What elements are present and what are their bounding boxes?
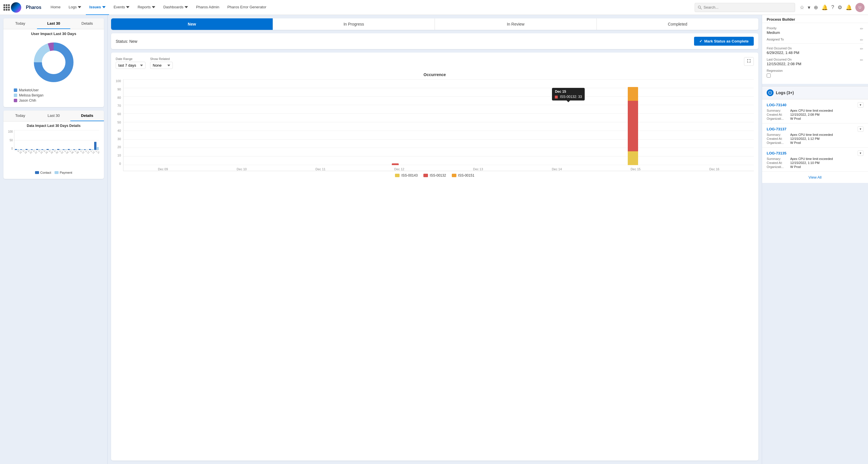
last-occurred-edit-button[interactable]: ✏ xyxy=(860,58,863,62)
log-expand-73135[interactable]: ▾ xyxy=(858,151,863,156)
legend-contact: Contact xyxy=(35,171,51,174)
logs-header: Logs (3+) xyxy=(762,86,868,99)
nav-events[interactable]: Events xyxy=(110,0,133,15)
bar-dec15-orange xyxy=(628,87,638,101)
occurrence-chart: Occurrence 100908070 60504030 20100 xyxy=(116,72,754,178)
log-expand-73140[interactable]: ▾ xyxy=(858,102,863,108)
bar-dec15 xyxy=(628,87,638,165)
logs-icon xyxy=(767,89,774,96)
first-occurred-label: First Occurred On xyxy=(767,47,863,50)
date-range-control: Date Range last 7 days last 30 days last… xyxy=(116,57,146,69)
tab-today-bot[interactable]: Today xyxy=(3,111,37,121)
nav-reports[interactable]: Reports xyxy=(134,0,159,15)
log-73140-meta: Summary: Apex CPU time limit exceeded Cr… xyxy=(767,109,863,120)
star-icon[interactable]: ☆ xyxy=(800,4,804,11)
jason-color xyxy=(14,99,17,102)
regression-checkbox[interactable] xyxy=(767,73,771,78)
log-entry-3: LOG-73135 ▾ Summary: Apex CPU time limit… xyxy=(762,148,868,172)
chart-area: 100908070 60504030 20100 xyxy=(116,79,754,171)
occurrence-title: Occurrence xyxy=(116,72,754,77)
search-bar[interactable] xyxy=(694,3,795,12)
tab-details-bot[interactable]: Details xyxy=(70,111,104,121)
tab-completed[interactable]: Completed xyxy=(597,19,758,30)
first-occurred-field: First Occurred On 6/29/2022, 1:48 PM ✏ xyxy=(767,47,863,55)
process-builder-section: Process Builder Priority Medium ✏ Assign… xyxy=(762,15,868,84)
priority-edit-button[interactable]: ✏ xyxy=(860,26,863,31)
melissa-color xyxy=(14,94,17,97)
priority-label: Priority xyxy=(767,26,863,30)
assigned-to-edit-button[interactable]: ✏ xyxy=(860,38,863,42)
help-icon[interactable]: ? xyxy=(831,4,834,10)
search-input[interactable] xyxy=(704,5,792,9)
tab-today-top[interactable]: Today xyxy=(3,19,37,29)
log-entry-1: LOG-73140 ▾ Summary: Apex CPU time limit… xyxy=(762,99,868,123)
tab-in-review[interactable]: In Review xyxy=(435,19,597,30)
nav-dashboards[interactable]: Dashboards xyxy=(160,0,191,15)
x-labels: Dec 09 Dec 10 Dec 11 Dec 12 Dec 13 Dec 1… xyxy=(123,167,754,171)
bar-dec15-red xyxy=(628,101,638,151)
chart-tooltip: Dec 15 ISS-00132: 33 xyxy=(552,88,585,100)
user-impact-card: Today Last 30 Details User Impact Last 3… xyxy=(3,19,104,107)
expand-icon xyxy=(747,59,751,63)
iss132-color xyxy=(423,174,428,177)
payment-color xyxy=(55,171,59,174)
log-link-73137[interactable]: LOG-73137 xyxy=(767,127,786,131)
contact-color xyxy=(35,171,39,174)
add-icon[interactable]: ⊕ xyxy=(814,4,818,11)
top-navigation: Pharos Home Logs Issues Events Reports D… xyxy=(0,0,868,15)
bars-row xyxy=(123,79,754,165)
regression-label: Regression xyxy=(767,69,863,72)
search-icon xyxy=(698,5,702,9)
expand-button[interactable] xyxy=(744,57,754,66)
data-chart-title: Data Impact Last 30 Days Details xyxy=(8,124,99,128)
iss151-color xyxy=(452,174,456,177)
donut-legend: MarketoUser Melissa Berigan Jason Chih xyxy=(8,88,99,102)
priority-value: Medium xyxy=(767,30,780,35)
regression-field: Regression xyxy=(767,69,863,78)
tab-in-progress[interactable]: In Progress xyxy=(273,19,435,30)
donut-title: User Impact Last 30 Days xyxy=(31,32,76,36)
bell-icon[interactable]: 🔔 xyxy=(822,4,828,11)
log-link-73135[interactable]: LOG-73135 xyxy=(767,151,786,155)
app-logo xyxy=(11,2,21,12)
tooltip-color xyxy=(555,96,558,98)
log-link-73140[interactable]: LOG-73140 xyxy=(767,103,786,107)
legend-marketo: MarketoUser xyxy=(14,88,99,92)
nav-logs[interactable]: Logs xyxy=(65,0,85,15)
apps-icon[interactable] xyxy=(3,4,10,11)
view-all-link[interactable]: View All xyxy=(762,172,868,183)
assigned-to-field: Assigned To ✏ xyxy=(767,38,863,44)
last-occurred-value: 12/15/2022, 2:08 PM xyxy=(767,62,801,66)
log-entry-2: LOG-73137 ▾ Summary: Apex CPU time limit… xyxy=(762,123,868,148)
legend-iss00132: ISS-00132 xyxy=(423,174,446,178)
date-range-select[interactable]: last 7 days last 30 days last 90 days xyxy=(116,62,146,69)
first-occurred-edit-button[interactable]: ✏ xyxy=(860,47,863,51)
show-related-select[interactable]: None Related xyxy=(150,62,173,69)
log-expand-73137[interactable]: ▾ xyxy=(858,126,863,132)
nav-issues[interactable]: Issues xyxy=(86,0,109,15)
tab-last30-bot[interactable]: Last 30 xyxy=(37,111,71,121)
left-panel: Today Last 30 Details User Impact Last 3… xyxy=(0,15,107,464)
gear-icon[interactable]: ⚙ xyxy=(838,4,842,11)
iss143-color xyxy=(395,174,400,177)
occurrence-card: Date Range last 7 days last 30 days last… xyxy=(111,53,758,461)
nav-home[interactable]: Home xyxy=(47,0,64,15)
mark-complete-button[interactable]: ✓ Mark Status as Complete xyxy=(694,37,754,45)
tab-details-top[interactable]: Details xyxy=(70,19,104,29)
chart-inner: Dec 15 ISS-00132: 33 xyxy=(123,79,754,171)
user-impact-tabs: Today Last 30 Details xyxy=(3,19,104,29)
dropdown-icon[interactable]: ▾ xyxy=(808,4,810,11)
nav-pharos-admin[interactable]: Pharos Admin xyxy=(193,0,223,15)
marketo-color xyxy=(14,88,17,92)
app-name: Pharos xyxy=(26,5,41,10)
nav-pharos-error-generator[interactable]: Pharos Error Generator xyxy=(224,0,270,15)
user-avatar[interactable]: U xyxy=(856,3,865,12)
svg-point-8 xyxy=(770,93,770,93)
notification-icon[interactable]: 🔔 xyxy=(846,4,852,11)
tab-last30-top[interactable]: Last 30 xyxy=(37,19,71,29)
data-impact-tabs: Today Last 30 Details xyxy=(3,111,104,121)
status-tabs: New In Progress In Review Completed xyxy=(111,19,758,30)
data-chart-legend: Contact Payment xyxy=(8,171,99,174)
chart-legend: ISS-00143 ISS-00132 ISS-00151 xyxy=(116,174,754,178)
tab-new[interactable]: New xyxy=(111,19,273,30)
